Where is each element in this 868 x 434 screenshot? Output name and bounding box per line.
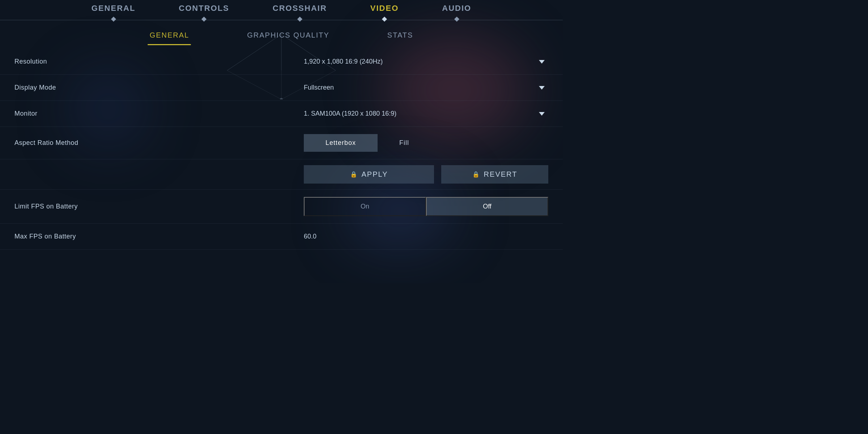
nav-item-controls[interactable]: CONTROLS	[157, 4, 251, 21]
limit-fps-row: Limit FPS on Battery On Off	[0, 190, 563, 224]
display-mode-value-container: Fullscreen	[304, 84, 548, 91]
aspect-ratio-label: Aspect Ratio Method	[14, 139, 304, 147]
apply-lock-icon: 🔒	[350, 171, 358, 178]
monitor-row: Monitor 1. SAM100A (1920 x 1080 16:9)	[0, 101, 563, 127]
nav-diamond-video	[382, 17, 387, 22]
monitor-label: Monitor	[14, 110, 304, 117]
revert-button[interactable]: 🔒 REVERT	[441, 165, 548, 184]
monitor-dropdown-arrow[interactable]	[539, 112, 545, 116]
limit-fps-options: On Off	[304, 197, 548, 216]
aspect-ratio-row: Aspect Ratio Method Letterbox Fill	[0, 127, 563, 159]
nav-item-crosshair[interactable]: CROSSHAIR	[251, 4, 349, 21]
nav-item-general[interactable]: GENERAL	[70, 4, 157, 21]
aspect-ratio-letterbox-button[interactable]: Letterbox	[304, 134, 378, 152]
nav-diamond-audio	[454, 17, 459, 22]
nav-diamond-general	[111, 17, 116, 22]
sub-tab-stats[interactable]: STATS	[358, 28, 442, 45]
limit-fps-on-button[interactable]: On	[304, 197, 426, 216]
limit-fps-off-button[interactable]: Off	[426, 197, 548, 216]
resolution-value-container: 1,920 x 1,080 16:9 (240Hz)	[304, 58, 548, 65]
display-mode-value: Fullscreen	[304, 84, 532, 91]
revert-lock-icon: 🔒	[472, 171, 480, 178]
monitor-value-container: 1. SAM100A (1920 x 1080 16:9)	[304, 110, 548, 117]
nav-diamond-controls	[201, 17, 207, 22]
sub-tab-graphics-quality[interactable]: GRAPHICS QUALITY	[218, 28, 358, 45]
resolution-value: 1,920 x 1,080 16:9 (240Hz)	[304, 58, 532, 65]
apply-button[interactable]: 🔒 APPLY	[304, 165, 434, 184]
top-navigation: GENERAL CONTROLS CROSSHAIR VIDEO AUDIO	[0, 0, 563, 21]
max-fps-value-container: 60.0	[304, 233, 548, 240]
resolution-label: Resolution	[14, 58, 304, 65]
nav-item-audio[interactable]: AUDIO	[420, 4, 493, 21]
sub-tab-general[interactable]: GENERAL	[121, 28, 218, 45]
display-mode-label: Display Mode	[14, 84, 304, 91]
settings-content: Resolution 1,920 x 1,080 16:9 (240Hz) Di…	[0, 49, 563, 250]
monitor-value: 1. SAM100A (1920 x 1080 16:9)	[304, 110, 532, 117]
limit-fps-label: Limit FPS on Battery	[14, 203, 304, 210]
max-fps-value: 60.0	[304, 233, 548, 240]
nav-diamond-crosshair	[297, 17, 302, 22]
sub-tabs: GENERAL GRAPHICS QUALITY STATS	[0, 28, 563, 45]
max-fps-label: Max FPS on Battery	[14, 233, 304, 240]
resolution-row: Resolution 1,920 x 1,080 16:9 (240Hz)	[0, 49, 563, 75]
aspect-ratio-fill-button[interactable]: Fill	[378, 134, 431, 152]
aspect-ratio-options: Letterbox Fill	[304, 134, 548, 152]
apply-revert-row: 🔒 APPLY 🔒 REVERT	[0, 159, 563, 190]
max-fps-row: Max FPS on Battery 60.0	[0, 224, 563, 250]
display-mode-dropdown-arrow[interactable]	[539, 86, 545, 90]
resolution-dropdown-arrow[interactable]	[539, 60, 545, 64]
display-mode-row: Display Mode Fullscreen	[0, 75, 563, 101]
nav-item-video[interactable]: VIDEO	[349, 4, 420, 21]
